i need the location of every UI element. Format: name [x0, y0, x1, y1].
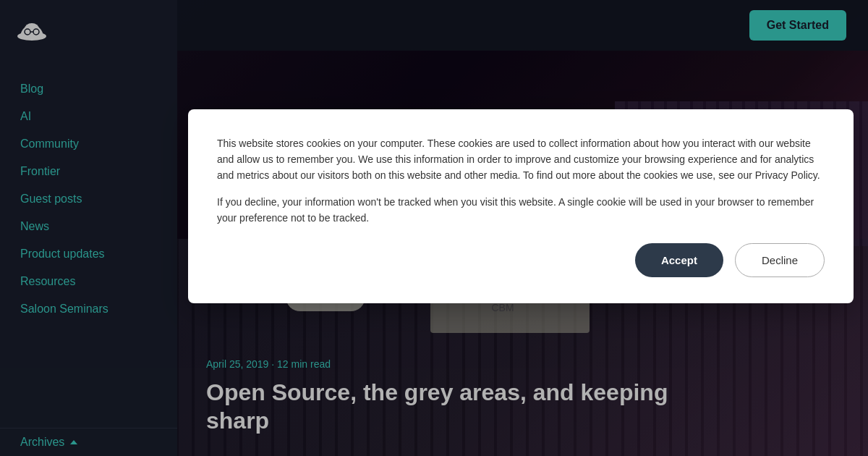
- cookie-banner: This website stores cookies on your comp…: [188, 109, 854, 304]
- cookie-text-secondary: If you decline, your information won't b…: [217, 194, 825, 227]
- decline-button[interactable]: Decline: [735, 243, 825, 277]
- cookie-overlay: This website stores cookies on your comp…: [0, 0, 868, 456]
- cookie-actions: Accept Decline: [217, 243, 825, 277]
- cookie-text-primary: This website stores cookies on your comp…: [217, 135, 825, 184]
- accept-button[interactable]: Accept: [635, 243, 723, 277]
